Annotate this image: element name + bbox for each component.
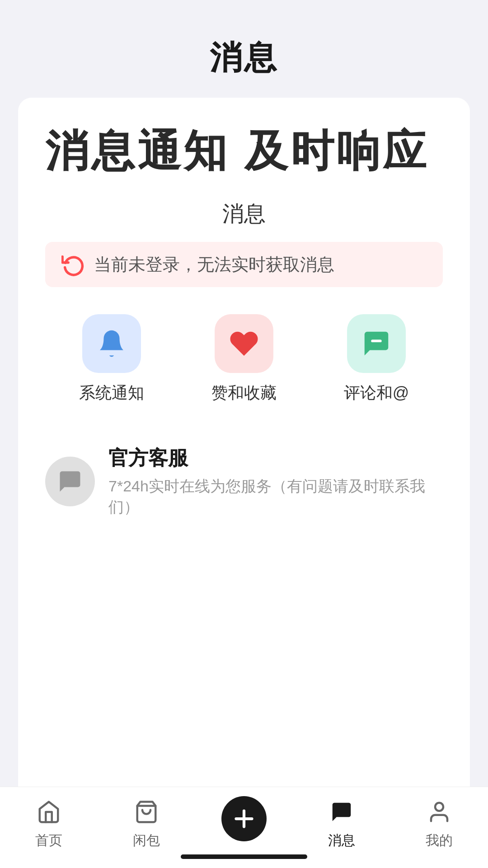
system-notification-item[interactable]: 系统通知	[79, 314, 144, 404]
hero-text: 消息通知 及时响应	[45, 125, 443, 177]
nav-item-closet[interactable]: 闲包	[98, 796, 195, 850]
likes-favorites-label: 赞和收藏	[211, 382, 277, 404]
svg-point-4	[435, 803, 443, 811]
message-icon-container	[326, 796, 357, 828]
system-notification-label: 系统通知	[79, 382, 144, 404]
bag-icon-container	[131, 796, 162, 828]
icon-group: 系统通知 赞和收藏 评论和@	[45, 314, 443, 404]
nav-label-profile: 我的	[426, 831, 453, 850]
comment-icon	[361, 328, 392, 359]
service-desc: 7*24h实时在线为您服务（有问题请及时联系我们）	[108, 476, 443, 518]
nav-label-closet: 闲包	[133, 831, 160, 850]
service-name: 官方客服	[108, 445, 443, 472]
system-notification-icon-box	[82, 314, 141, 373]
comments-at-icon-box	[347, 314, 406, 373]
customer-service-item[interactable]: 官方客服 7*24h实时在线为您服务（有问题请及时联系我们）	[45, 436, 443, 527]
heart-icon	[228, 328, 260, 359]
header: 消息	[0, 0, 488, 98]
main-card: 消息通知 及时响应 消息 当前未登录，无法实时获取消息 系统	[18, 98, 470, 868]
comments-at-label: 评论和@	[344, 382, 409, 404]
home-icon	[37, 800, 61, 824]
nav-label-messages: 消息	[328, 831, 355, 850]
nav-item-add[interactable]	[195, 796, 293, 841]
refresh-icon	[61, 253, 85, 276]
bag-icon	[134, 800, 159, 824]
user-icon	[427, 800, 451, 824]
bottom-indicator	[181, 854, 307, 859]
nav-item-messages[interactable]: 消息	[293, 796, 390, 850]
likes-favorites-item[interactable]: 赞和收藏	[211, 314, 277, 404]
nav-label-home: 首页	[35, 831, 62, 850]
plus-icon	[230, 805, 258, 832]
section-subtitle: 消息	[45, 199, 443, 228]
chat-bubble-icon	[56, 468, 84, 495]
user-icon-container	[423, 796, 455, 828]
plus-icon-container	[221, 796, 267, 841]
nav-item-profile[interactable]: 我的	[390, 796, 488, 850]
warning-text: 当前未登录，无法实时获取消息	[94, 253, 334, 276]
warning-banner: 当前未登录，无法实时获取消息	[45, 242, 443, 287]
likes-favorites-icon-box	[215, 314, 273, 373]
nav-item-home[interactable]: 首页	[0, 796, 98, 850]
service-info: 官方客服 7*24h实时在线为您服务（有问题请及时联系我们）	[108, 445, 443, 518]
home-icon-container	[33, 796, 65, 828]
page-container: 消息 消息通知 及时响应 消息 当前未登录，无法实时获取消息	[0, 0, 488, 868]
page-title: 消息	[18, 36, 470, 80]
comments-at-item[interactable]: 评论和@	[344, 314, 409, 404]
service-avatar	[45, 457, 95, 506]
bell-icon	[96, 328, 127, 359]
hero-section: 消息通知 及时响应	[45, 125, 443, 177]
message-icon	[329, 800, 354, 824]
